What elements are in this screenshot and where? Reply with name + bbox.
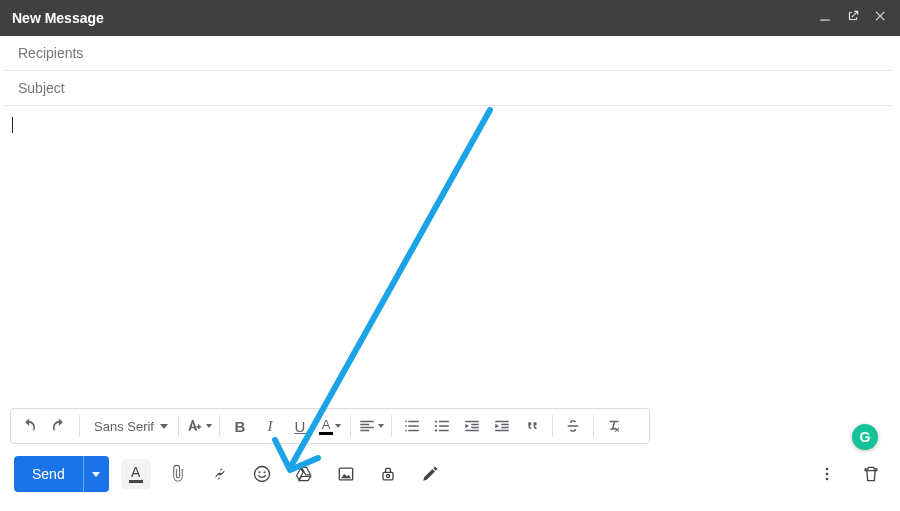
indent-more-button[interactable] xyxy=(488,412,516,440)
undo-button[interactable] xyxy=(15,412,43,440)
svg-point-2 xyxy=(435,425,437,427)
numbered-list-button[interactable] xyxy=(398,412,426,440)
window-title: New Message xyxy=(12,10,104,26)
chevron-down-icon xyxy=(335,424,341,428)
quote-button[interactable] xyxy=(518,412,546,440)
subject-input[interactable] xyxy=(16,79,880,97)
svg-point-10 xyxy=(826,468,829,471)
drive-icon xyxy=(294,464,314,484)
formatting-toolbar: Sans Serif B I U A xyxy=(10,408,650,444)
recipients-row[interactable] xyxy=(4,36,892,71)
svg-point-1 xyxy=(435,420,437,422)
indent-less-button[interactable] xyxy=(458,412,486,440)
more-options-button[interactable] xyxy=(812,459,842,489)
separator xyxy=(350,415,351,437)
bottom-action-bar: Send A xyxy=(0,444,900,502)
font-size-button[interactable] xyxy=(185,412,213,440)
text-color-button[interactable]: A xyxy=(316,412,344,440)
underline-button[interactable]: U xyxy=(286,412,314,440)
paperclip-icon xyxy=(168,464,188,484)
insert-emoji-button[interactable] xyxy=(247,459,277,489)
remove-formatting-button[interactable] xyxy=(600,412,628,440)
italic-button[interactable]: I xyxy=(256,412,284,440)
close-icon[interactable] xyxy=(874,9,888,27)
subject-row[interactable] xyxy=(4,71,892,106)
popout-icon[interactable] xyxy=(846,9,860,27)
send-split-button: Send xyxy=(14,456,109,492)
trash-icon xyxy=(861,464,881,484)
chevron-down-icon xyxy=(378,424,384,428)
image-icon xyxy=(336,464,356,484)
chevron-down-icon xyxy=(206,424,212,428)
pen-icon xyxy=(420,464,440,484)
svg-point-11 xyxy=(826,473,829,476)
svg-rect-0 xyxy=(820,20,829,21)
text-cursor xyxy=(12,117,13,133)
formatting-toggle-button[interactable]: A xyxy=(121,459,151,489)
separator xyxy=(593,415,594,437)
attach-file-button[interactable] xyxy=(163,459,193,489)
redo-button[interactable] xyxy=(45,412,73,440)
svg-point-6 xyxy=(263,471,265,473)
align-button[interactable] xyxy=(357,412,385,440)
bottom-left-group: Send A xyxy=(14,456,445,492)
chevron-down-icon xyxy=(92,472,100,477)
compose-titlebar: New Message xyxy=(0,0,900,36)
grammarly-label: G xyxy=(860,429,871,445)
separator xyxy=(79,415,80,437)
font-family-label: Sans Serif xyxy=(94,419,154,434)
message-body[interactable] xyxy=(0,106,900,402)
kebab-icon xyxy=(817,464,837,484)
send-options-button[interactable] xyxy=(83,456,109,492)
insert-photo-button[interactable] xyxy=(331,459,361,489)
insert-drive-button[interactable] xyxy=(289,459,319,489)
insert-link-button[interactable] xyxy=(205,459,235,489)
insert-signature-button[interactable] xyxy=(415,459,445,489)
bottom-right-group xyxy=(812,459,886,489)
separator xyxy=(178,415,179,437)
svg-point-5 xyxy=(258,471,260,473)
recipients-input[interactable] xyxy=(16,44,880,62)
link-icon xyxy=(210,464,230,484)
window-actions xyxy=(818,9,888,27)
discard-draft-button[interactable] xyxy=(856,459,886,489)
grammarly-badge[interactable]: G xyxy=(852,424,878,450)
lock-clock-icon xyxy=(378,464,398,484)
emoji-icon xyxy=(252,464,272,484)
confidential-mode-button[interactable] xyxy=(373,459,403,489)
svg-point-3 xyxy=(435,429,437,431)
minimize-icon[interactable] xyxy=(818,9,832,27)
strikethrough-button[interactable] xyxy=(559,412,587,440)
chevron-down-icon xyxy=(160,424,168,429)
bold-button[interactable]: B xyxy=(226,412,254,440)
bulleted-list-button[interactable] xyxy=(428,412,456,440)
svg-point-4 xyxy=(254,467,269,482)
separator xyxy=(219,415,220,437)
send-button[interactable]: Send xyxy=(14,456,83,492)
font-family-select[interactable]: Sans Serif xyxy=(86,419,172,434)
svg-point-12 xyxy=(826,478,829,481)
separator xyxy=(391,415,392,437)
separator xyxy=(552,415,553,437)
